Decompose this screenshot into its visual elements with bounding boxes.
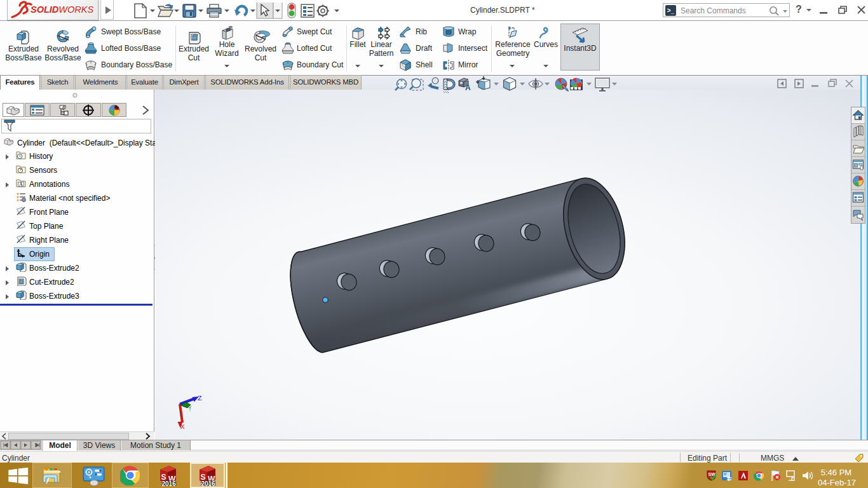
svg-text:2016: 2016 — [201, 480, 216, 487]
svg-text:2016: 2016 — [162, 480, 177, 487]
svg-text:A: A — [465, 83, 471, 92]
svg-text:A: A — [19, 182, 23, 187]
svg-text:Z: Z — [198, 395, 202, 402]
svg-text:X: X — [180, 423, 185, 431]
svg-text:SOLIDWORKS: SOLIDWORKS — [31, 4, 93, 15]
